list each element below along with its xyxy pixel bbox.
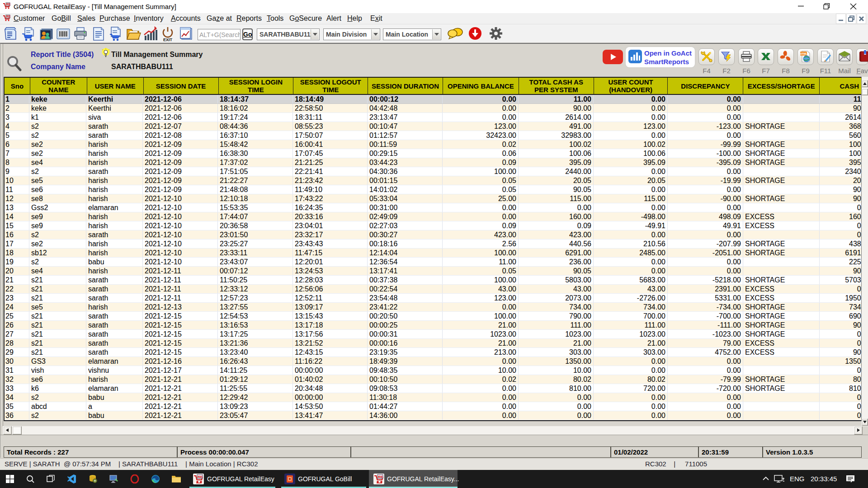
- svg-text:RE: RE: [6, 3, 11, 6]
- svg-text:RE: RE: [378, 475, 383, 479]
- svg-text:EXIT: EXIT: [163, 38, 173, 42]
- svg-text:RE: RE: [198, 475, 203, 479]
- svg-text:RE: RE: [6, 15, 11, 18]
- svg-text:HTML: HTML: [800, 52, 807, 55]
